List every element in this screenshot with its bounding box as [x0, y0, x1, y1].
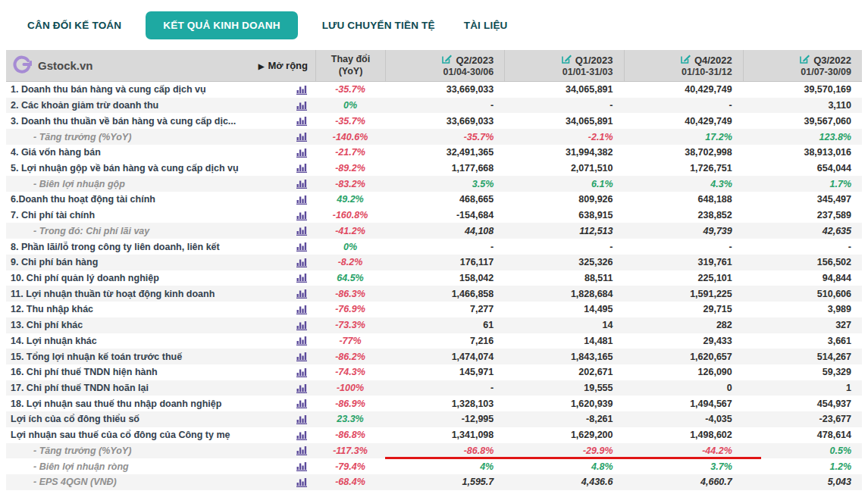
- table-row: 13. Chi phí khác-73.3%6114282327: [6, 317, 862, 333]
- brand-name: Gstock.vn: [38, 59, 93, 72]
- cell-Q3/2022: 38,913,016: [743, 147, 862, 158]
- table-row: - Trong đó: Chi phí lãi vay-41.2%44,1081…: [6, 223, 862, 239]
- bar-chart-icon[interactable]: [288, 116, 315, 126]
- table-row: 16. Chi phí thuế TNDN hiện hành-74.3%145…: [6, 364, 862, 380]
- brand-cell: Gstock.vn ▶Mở rộng: [6, 50, 315, 81]
- yoy-value: -140.6%: [315, 132, 385, 142]
- bar-chart-icon[interactable]: [288, 273, 315, 283]
- row-label: - Tăng trưởng (%YoY): [6, 132, 288, 142]
- bar-chart-icon[interactable]: [288, 477, 315, 487]
- yoy-column-header: Thay đổi (YoY): [315, 50, 385, 81]
- yoy-value: -79.4%: [315, 461, 385, 472]
- yoy-value: -100%: [315, 383, 385, 393]
- expand-button[interactable]: ▶Mở rộng: [259, 60, 308, 71]
- row-label: - Biên lợi nhuận gộp: [6, 179, 288, 189]
- row-label: - Biên lợi nhuận ròng: [6, 461, 288, 472]
- bar-chart-icon[interactable]: [288, 148, 315, 158]
- bar-chart-icon[interactable]: [288, 258, 315, 267]
- bar-chart-icon[interactable]: [288, 352, 315, 361]
- cell-Q4/2022: 4.3%: [624, 179, 743, 189]
- cell-Q1/2023: -8,261: [504, 414, 623, 424]
- row-label: 11. Lợi nhuận thuần từ hoạt động kinh do…: [6, 289, 288, 299]
- cell-Q1/2023: 112,513: [504, 226, 623, 236]
- cell-Q4/2022: 0: [624, 383, 743, 393]
- cell-Q1/2023: 202,671: [504, 367, 623, 377]
- quarter-name: Q2/2023: [456, 55, 494, 66]
- cell-Q2/2023: 33,669,033: [385, 84, 504, 95]
- bar-chart-icon[interactable]: [288, 430, 315, 440]
- cell-Q3/2022: 156,502: [743, 257, 862, 267]
- table-row: Lợi ích của cổ đông thiểu số23.3%-12,995…: [6, 411, 862, 427]
- table-row: 12. Thu nhập khác-76.9%7,27714,49529,715…: [6, 302, 862, 317]
- table-row: 6.Doanh thu hoạt động tài chính49.2%468,…: [6, 192, 862, 208]
- row-label: 15. Tổng lợi nhuận kế toán trước thuế: [6, 352, 288, 362]
- quarter-name: Q3/2022: [813, 55, 851, 66]
- cell-Q3/2022: 3,110: [743, 100, 862, 111]
- cell-Q2/2023: 7,216: [385, 336, 504, 346]
- cell-Q1/2023: -: [504, 242, 623, 252]
- cell-Q2/2023: 1,474,074: [385, 352, 504, 362]
- bar-chart-icon[interactable]: [288, 289, 315, 299]
- yoy-value: -8.2%: [315, 257, 385, 267]
- bar-chart-icon[interactable]: [288, 399, 315, 408]
- bar-chart-icon[interactable]: [288, 383, 315, 393]
- row-label: 1. Doanh thu bán hàng và cung cấp dịch v…: [6, 84, 288, 95]
- cell-Q2/2023: 3.5%: [385, 179, 504, 189]
- cell-Q3/2022: 327: [743, 320, 862, 330]
- cell-Q1/2023: 34,065,891: [504, 116, 623, 127]
- table-row: 3. Doanh thu thuần về bán hàng và cung c…: [6, 113, 862, 129]
- tab-2[interactable]: KẾT QUẢ KINH DOANH: [146, 11, 297, 39]
- bar-chart-icon[interactable]: [288, 320, 315, 330]
- bar-chart-icon[interactable]: [288, 195, 315, 205]
- cell-Q1/2023: 6.1%: [504, 179, 623, 189]
- bar-chart-icon[interactable]: [288, 179, 315, 189]
- cell-Q2/2023: -35.7%: [385, 132, 504, 142]
- quarter-range: 01/04-30/06: [386, 67, 494, 77]
- bar-chart-icon[interactable]: [288, 163, 315, 173]
- cell-Q4/2022: 40,429,749: [624, 116, 743, 127]
- row-label: 5. Lợi nhuận gộp về bán hàng và cung cấp…: [6, 163, 288, 174]
- cell-Q3/2022: 0.5%: [743, 446, 862, 456]
- tab-3[interactable]: LƯU CHUYỂN TIỀN TỆ: [318, 11, 440, 39]
- bar-chart-icon[interactable]: [288, 226, 315, 236]
- cell-Q4/2022: 225,101: [624, 273, 743, 283]
- cell-Q2/2023: -: [385, 100, 504, 111]
- row-label: 17. Chi phí thuế TNDN hoãn lại: [6, 383, 288, 393]
- cell-Q2/2023: 1,177,668: [385, 163, 504, 174]
- bar-chart-icon[interactable]: [288, 367, 315, 377]
- bar-chart-icon[interactable]: [288, 461, 315, 471]
- yoy-value: 0%: [315, 100, 385, 111]
- cell-Q1/2023: 88,511: [504, 273, 623, 283]
- edit-icon[interactable]: [442, 54, 452, 66]
- row-label: 3. Doanh thu thuần về bán hàng và cung c…: [6, 116, 288, 127]
- tab-1[interactable]: CÂN ĐỐI KẾ TOÁN: [23, 11, 126, 39]
- bar-chart-icon[interactable]: [288, 132, 315, 142]
- bar-chart-icon[interactable]: [288, 446, 315, 455]
- yoy-value: -73.3%: [315, 320, 385, 330]
- cell-Q1/2023: 325,326: [504, 257, 623, 267]
- bar-chart-icon[interactable]: [288, 211, 315, 220]
- cell-Q1/2023: 19,555: [504, 383, 623, 393]
- cell-Q4/2022: 4,660.7: [624, 477, 743, 487]
- bar-chart-icon[interactable]: [288, 242, 315, 252]
- cell-Q2/2023: 145,971: [385, 367, 504, 377]
- edit-icon[interactable]: [800, 54, 810, 66]
- tab-4[interactable]: TÀI LIỆU: [459, 11, 512, 39]
- table-header: Gstock.vn ▶Mở rộng Thay đổi (YoY) Q2/202…: [6, 50, 862, 82]
- bar-chart-icon[interactable]: [288, 414, 315, 424]
- edit-icon[interactable]: [562, 54, 572, 66]
- edit-icon[interactable]: [681, 54, 691, 66]
- table-row: - Biên lợi nhuận ròng-79.4%4%4.8%3.7%1.2…: [6, 458, 862, 474]
- cell-Q4/2022: 29,433: [624, 336, 743, 346]
- cell-Q3/2022: 123.8%: [743, 132, 862, 142]
- yoy-value: -68.4%: [315, 477, 385, 487]
- bar-chart-icon[interactable]: [288, 101, 315, 111]
- cell-Q1/2023: 4,436.6: [504, 477, 623, 487]
- bar-chart-icon[interactable]: [288, 305, 315, 314]
- yoy-value: -117.3%: [315, 446, 385, 456]
- bar-chart-icon[interactable]: [288, 336, 315, 345]
- yoy-value: -86.2%: [315, 352, 385, 362]
- bar-chart-icon[interactable]: [288, 85, 315, 95]
- cell-Q4/2022: 1,620,657: [624, 352, 743, 362]
- cell-Q3/2022: 42,635: [743, 226, 862, 236]
